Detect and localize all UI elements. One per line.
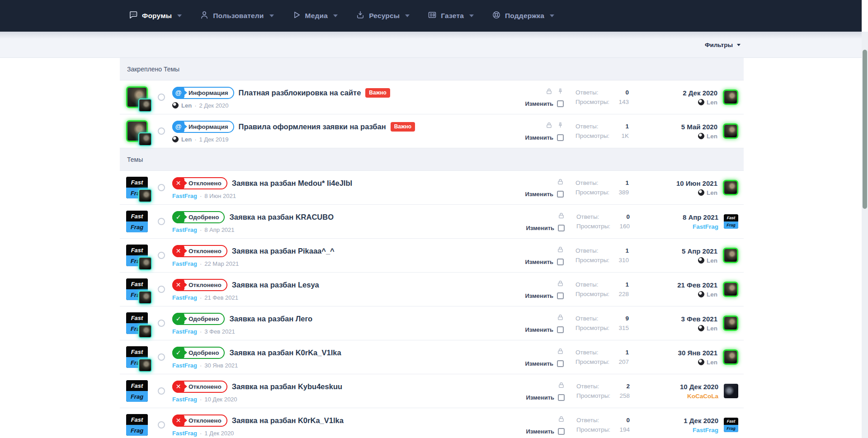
select-thread-checkbox[interactable] [557,259,564,265]
scrollbar-thumb[interactable] [863,50,867,209]
last-poster-avatar[interactable] [723,282,738,297]
thread-title[interactable]: Заявка на разбан K0rKa_V1lka [229,349,341,357]
thread-starter-avatar[interactable]: FastFrag [126,278,148,300]
last-post-date[interactable]: 3 Фев 2021 [681,315,717,323]
nav-item-support[interactable]: Поддержка [489,0,557,32]
thread-author-link[interactable]: FastFrag [172,294,197,301]
last-post-user-link[interactable]: Len [707,291,717,298]
unread-indicator-circle[interactable] [158,286,165,293]
thread-row[interactable]: FastFrag ✓ Одобрено Заявка на разбан KRA… [120,205,744,239]
last-post-date[interactable]: 5 Апр 2021 [682,247,717,255]
thread-row[interactable]: @ Информация Правила оформления заявки н… [120,114,744,148]
thread-author-link[interactable]: FastFrag [172,226,197,233]
status-badge[interactable]: ✓ Одобрено [172,347,225,359]
thread-title[interactable]: Заявка на разбан Kybu4eskuu [232,382,342,391]
thread-starter-avatar[interactable]: FastFrag [126,380,148,402]
filters-button[interactable]: Фильтры [705,42,741,48]
status-badge[interactable]: @ Информация [172,87,234,99]
chevron-down-icon[interactable] [333,14,338,17]
last-poster-avatar[interactable] [723,349,738,365]
last-post-user-link[interactable]: Len [707,99,717,106]
thread-author-link[interactable]: FastFrag [172,193,197,199]
last-post-user-link[interactable]: Len [707,133,717,140]
thread-row[interactable]: @ Информация Платная разблокировка на са… [120,80,744,114]
last-poster-avatar[interactable] [724,384,738,398]
chevron-down-icon[interactable] [269,14,274,17]
last-post-date[interactable]: 10 Дек 2020 [680,383,718,391]
thread-row[interactable]: FastFrag ✕ Отклонено Заявка на разбан Me… [120,171,744,205]
select-thread-checkbox[interactable] [558,394,565,401]
status-badge[interactable]: @ Информация [172,121,234,133]
last-post-user-link[interactable]: FastFrag [693,223,718,230]
last-poster-avatar[interactable] [723,316,738,331]
nav-item-forums[interactable]: Форумы [126,0,184,32]
thread-row[interactable]: FastFrag ✕ Отклонено Заявка на разбан Le… [120,273,744,306]
unread-indicator-circle[interactable] [158,218,165,225]
last-post-user-link[interactable]: Len [707,189,717,196]
select-thread-checkbox[interactable] [557,191,564,198]
last-post-user-link[interactable]: KoCaCoLa [687,393,718,400]
last-post-user-link[interactable]: Len [707,257,717,264]
last-poster-avatar[interactable]: FastFrag [724,214,738,229]
thread-row[interactable]: FastFrag ✕ Отклонено Заявка на разбан Pi… [120,239,744,273]
nav-item-resources[interactable]: Ресурсы [353,0,412,32]
thread-author-link[interactable]: FastFrag [172,260,197,267]
thread-author-link[interactable]: Len [181,136,192,143]
thread-row[interactable]: FastFrag ✕ Отклонено Заявка на разбан K0… [120,408,744,438]
status-badge[interactable]: ✕ Отклонено [172,279,227,291]
last-poster-avatar[interactable]: FastFrag [724,418,738,432]
thread-author-link[interactable]: Len [181,102,192,109]
select-thread-checkbox[interactable] [558,225,565,231]
nav-item-users[interactable]: Пользователи [197,0,276,32]
thread-starter-avatar[interactable]: FastFrag [126,346,148,368]
last-post-date[interactable]: 8 Апр 2021 [683,213,718,221]
last-post-date[interactable]: 21 Фев 2021 [677,281,717,289]
chevron-down-icon[interactable] [469,14,474,17]
thread-starter-avatar[interactable] [126,86,148,108]
unread-indicator-circle[interactable] [158,94,165,101]
thread-row[interactable]: FastFrag ✓ Одобрено Заявка на разбан Лег… [120,306,744,340]
select-thread-checkbox[interactable] [557,360,564,367]
select-thread-checkbox[interactable] [557,326,564,333]
thread-title[interactable]: Заявка на разбан Lesya [232,281,319,289]
last-poster-avatar[interactable] [723,89,738,105]
thread-title[interactable]: Заявка на разбан Pikaaa^_^ [232,247,335,255]
thread-author-link[interactable]: FastFrag [172,362,197,369]
thread-starter-avatar[interactable] [126,120,148,142]
thread-row[interactable]: FastFrag ✕ Отклонено Заявка на разбан Ky… [120,374,744,408]
chevron-down-icon[interactable] [177,14,182,17]
thread-title[interactable]: Заявка на разбан Medou* Ii4eJIbI [232,179,352,188]
last-post-date[interactable]: 5 Май 2020 [681,123,717,131]
status-badge[interactable]: ✕ Отклонено [172,381,227,393]
thread-row[interactable]: FastFrag ✓ Одобрено Заявка на разбан K0r… [120,340,744,374]
select-thread-checkbox[interactable] [558,428,565,435]
unread-indicator-circle[interactable] [158,252,165,259]
thread-starter-avatar[interactable]: FastFrag [126,312,148,334]
unread-indicator-circle[interactable] [158,353,165,361]
last-post-date[interactable]: 30 Янв 2021 [678,349,717,357]
thread-author-link[interactable]: FastFrag [172,430,197,437]
thread-title[interactable]: Заявка на разбан Лего [229,315,312,323]
last-post-user-link[interactable]: Len [707,325,717,332]
unread-indicator-circle[interactable] [158,421,165,429]
select-thread-checkbox[interactable] [557,134,564,141]
thread-starter-avatar[interactable]: FastFrag [126,245,148,266]
unread-indicator-circle[interactable] [158,320,165,327]
last-post-user-link[interactable]: FastFrag [693,427,718,433]
unread-indicator-circle[interactable] [158,387,165,395]
chevron-down-icon[interactable] [405,14,410,17]
thread-title[interactable]: Платная разблокировка на сайте [239,89,361,97]
last-post-date[interactable]: 1 Дек 2020 [684,417,718,424]
status-badge[interactable]: ✕ Отклонено [172,177,227,189]
last-poster-avatar[interactable] [723,123,738,139]
last-post-user-link[interactable]: Len [707,359,717,366]
unread-indicator-circle[interactable] [158,127,165,135]
status-badge[interactable]: ✓ Одобрено [172,211,225,223]
thread-title[interactable]: Заявка на разбан K0rKa_V1lka [232,416,344,425]
select-thread-checkbox[interactable] [557,100,564,107]
unread-indicator-circle[interactable] [158,184,165,191]
nav-item-media[interactable]: Медиа [289,0,341,32]
nav-item-newspaper[interactable]: Газета [425,0,476,32]
last-poster-avatar[interactable] [723,180,738,195]
status-badge[interactable]: ✕ Отклонено [172,245,227,257]
